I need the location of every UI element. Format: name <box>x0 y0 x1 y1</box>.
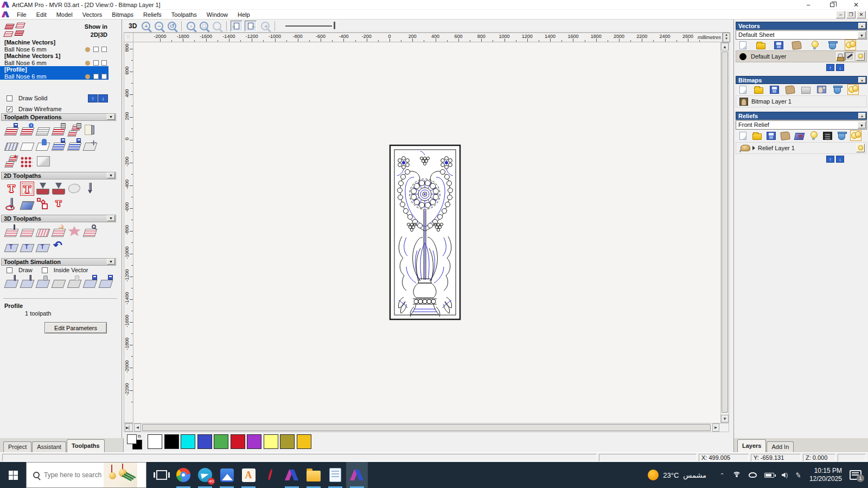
taskbar-clock[interactable]: 10:15 PM 12/20/2025 <box>809 467 842 483</box>
color-swatch-0[interactable] <box>148 434 162 449</box>
relief-select[interactable]: Front Relief▼ <box>736 120 867 130</box>
toggle-palette-button[interactable]: ▶▏ <box>125 423 133 432</box>
collapse-vectors-button[interactable]: ▲ <box>858 23 866 29</box>
relief-layer-up-button[interactable]: ↑ <box>826 156 834 163</box>
collapse-3d-toolpaths-button[interactable]: ▼ <box>107 215 115 221</box>
collapse-2d-toolpaths-button[interactable]: ▼ <box>107 172 115 178</box>
sheet-select[interactable]: Default Sheet▼ <box>736 30 867 40</box>
ruler-corner-grip[interactable] <box>124 33 133 42</box>
feature-machining-icon[interactable] <box>20 224 34 239</box>
move-toolpath-down-button[interactable]: ↓ <box>98 94 108 102</box>
machine-plaque-icon[interactable]: T <box>4 240 18 254</box>
inlay-wizard-icon[interactable] <box>4 197 18 211</box>
color-swatch-1[interactable] <box>164 434 179 449</box>
menu-item-file[interactable]: File <box>12 10 31 19</box>
task-view-icon[interactable] <box>151 462 173 488</box>
zoom-in-icon[interactable]: + <box>142 22 150 30</box>
zoom-extents-icon[interactable]: □ <box>200 22 208 30</box>
color-swatch-4[interactable] <box>214 434 228 449</box>
horizontal-scrollbar[interactable]: ▶▏ ◄ ► <box>124 423 729 432</box>
color-swatch-6[interactable] <box>247 434 261 449</box>
toolpath-tool-row[interactable]: Ball Nose 6 mm <box>0 73 108 80</box>
toolpath-2d-checkbox[interactable] <box>93 74 99 79</box>
new-bitmap-layer-icon[interactable] <box>739 86 746 94</box>
paste-bitmap-layer-icon[interactable] <box>785 85 795 94</box>
artcam-app-active-icon[interactable] <box>346 462 368 488</box>
draw-wireframe-checkbox[interactable] <box>7 106 12 112</box>
collapse-bitmaps-button[interactable]: ▲ <box>858 77 866 83</box>
plaque-two-icon[interactable]: T <box>20 240 34 254</box>
machining-order-icon[interactable] <box>36 197 50 211</box>
paste-vector-layer-icon[interactable] <box>792 41 801 50</box>
hidden-icons-chevron[interactable]: ⌃ <box>719 472 724 478</box>
open-vector-layer-icon[interactable] <box>756 43 765 49</box>
battery-icon[interactable] <box>764 473 774 478</box>
toolpath-3d-checkbox[interactable] <box>101 74 107 79</box>
photos-icon[interactable] <box>216 462 238 488</box>
ruler-unit-spinner[interactable]: ▲▼ <box>723 33 730 42</box>
wifi-icon[interactable] <box>732 472 741 478</box>
vector-layer-down-button[interactable]: ↓ <box>836 64 844 71</box>
nest-toolpaths-icon[interactable] <box>20 154 34 168</box>
delete-bitmap-layer-icon[interactable] <box>834 86 841 94</box>
relief-layer-down-button[interactable]: ↓ <box>836 156 844 163</box>
toolpath-group-row[interactable]: [Machine Vectors] <box>0 39 108 46</box>
chrome-icon[interactable] <box>173 462 194 488</box>
tab-assistant[interactable]: Assistant <box>32 441 66 452</box>
2d-view-canvas[interactable] <box>133 42 720 423</box>
delete-vector-layer-icon[interactable] <box>829 42 836 49</box>
start-button[interactable] <box>0 462 26 488</box>
mdi-minimize-button[interactable]: – <box>836 11 845 18</box>
collapse-operations-button[interactable]: ▼ <box>107 114 115 120</box>
text-machining-icon[interactable]: T <box>52 197 66 211</box>
save-simulation-icon[interactable] <box>83 275 97 290</box>
merge-bitmap-layer-icon[interactable] <box>801 87 810 94</box>
toolpath-2d-checkbox[interactable] <box>93 60 99 66</box>
copy-toolpath-icon[interactable] <box>4 154 18 168</box>
pan-view-icon[interactable]: ◄ <box>261 22 270 30</box>
color-swatch-9[interactable] <box>297 434 311 449</box>
toolpath-summary-icon[interactable] <box>20 123 34 137</box>
search-input[interactable] <box>44 471 104 479</box>
view-3d-button[interactable]: 3D <box>126 22 139 30</box>
tab-add-in[interactable]: Add In <box>767 441 794 452</box>
toolpath-drawing-icon[interactable] <box>36 154 50 168</box>
area-clearance-icon[interactable]: T <box>20 182 34 196</box>
scroll-down-icon[interactable]: ▼ <box>721 415 729 422</box>
dropdown-arrow-icon[interactable]: ▼ <box>858 121 866 129</box>
artcam-app-icon[interactable] <box>281 462 303 488</box>
paste-relief-layer-icon[interactable] <box>780 131 790 140</box>
toolpath-2d-checkbox[interactable] <box>93 47 99 52</box>
relief-visibility-bulb-icon[interactable] <box>856 144 865 152</box>
color-swatch-8[interactable] <box>280 434 295 449</box>
relief-combine-icon[interactable] <box>794 133 805 140</box>
zoom-selection-icon[interactable] <box>213 22 221 30</box>
lock-layer-icon[interactable] <box>836 52 845 61</box>
load-toolpath-file-icon[interactable] <box>67 138 81 152</box>
bevel-carving-icon[interactable] <box>52 182 66 196</box>
onedrive-icon[interactable] <box>749 472 757 478</box>
volume-icon[interactable]: ) <box>782 472 788 478</box>
draw-solid-checkbox[interactable] <box>7 95 12 101</box>
scroll-right-icon[interactable]: ► <box>712 423 719 432</box>
save-vector-layer-icon[interactable] <box>774 41 783 49</box>
zoom-previous-icon[interactable]: ↺ <box>168 22 176 30</box>
undo-machining-icon[interactable] <box>52 240 66 254</box>
open-bitmap-layer-icon[interactable] <box>754 87 763 94</box>
color-swatch-2[interactable] <box>181 434 195 449</box>
toolpath-template-icon[interactable] <box>83 123 97 137</box>
simulate-all-toolpaths-icon[interactable] <box>20 275 34 290</box>
menu-item-help[interactable]: Help <box>233 10 255 19</box>
drilling-icon[interactable] <box>83 182 97 196</box>
load-simulation-icon[interactable] <box>99 275 113 290</box>
move-toolpath-up-button[interactable]: ↑ <box>88 94 98 102</box>
relief-layer-row[interactable]: Relief Layer 1 <box>736 142 867 154</box>
restore-button[interactable] <box>820 0 844 10</box>
blank-simulation-icon[interactable] <box>52 275 66 290</box>
toolpath-preview-icon[interactable] <box>83 224 97 239</box>
open-relief-layer-icon[interactable] <box>752 133 762 140</box>
menu-item-model[interactable]: Model <box>52 10 78 19</box>
new-relief-layer-icon[interactable] <box>739 132 746 140</box>
simulate-toolpath-icon[interactable] <box>4 275 18 290</box>
telegram-icon[interactable]: 40 <box>194 462 216 488</box>
